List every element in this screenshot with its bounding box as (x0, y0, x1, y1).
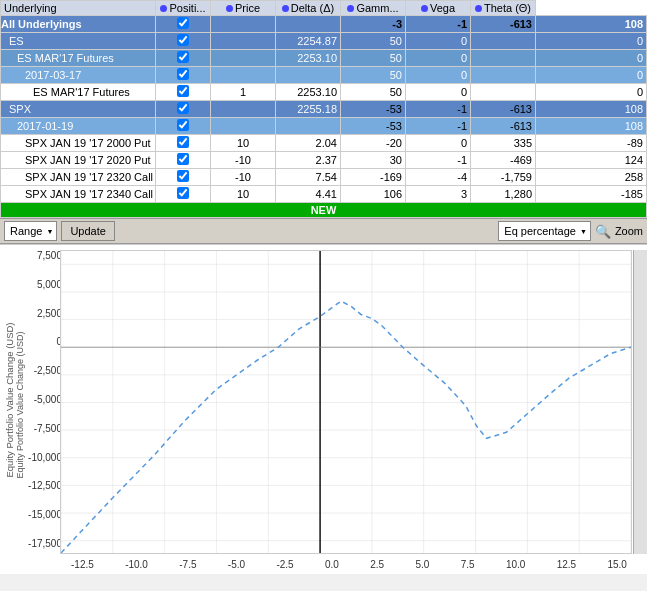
col-header-position: Positi... (156, 1, 211, 16)
range-dropdown[interactable]: Range (4, 221, 57, 241)
zoom-icon: 🔍 (595, 224, 611, 239)
col-header-theta: Theta (Θ) (471, 1, 536, 16)
table-row-opt1: SPX JAN 19 '17 2000 Put 10 2.04 -20 0 33… (1, 135, 647, 152)
label-es-item: ES MAR'17 Futures (1, 84, 156, 101)
col-header-underlying: Underlying (1, 1, 156, 16)
checkbox-es[interactable] (156, 33, 211, 50)
table-row-spx-date: 2017-01-19 -53 -1 -613 108 (1, 118, 647, 135)
chart-svg (61, 251, 631, 553)
table-row-opt4: SPX JAN 19 '17 2340 Call 10 4.41 106 3 1… (1, 186, 647, 203)
table-row-opt2: SPX JAN 19 '17 2020 Put -10 2.37 30 -1 -… (1, 152, 647, 169)
col-header-delta: Delta (Δ) (276, 1, 341, 16)
table-row-new[interactable]: NEW (1, 203, 647, 218)
chart-section: Equity Portfolio Value Change (USD) 7,50… (0, 244, 647, 574)
x-axis-labels: -12.5 -10.0 -7.5 -5.0 -2.5 0.0 2.5 5.0 7… (66, 554, 632, 574)
checkbox-opt1[interactable] (156, 135, 211, 152)
label-es: ES (1, 33, 156, 50)
label-spx-date: 2017-01-19 (1, 118, 156, 135)
table-row-all: All Underlyings -3 -1 -613 108 (1, 16, 647, 33)
checkbox-spx-date[interactable] (156, 118, 211, 135)
col-header-vega: Vega (406, 1, 471, 16)
table-row-es-item: ES MAR'17 Futures 1 2253.10 50 0 0 (1, 84, 647, 101)
checkbox-date-1[interactable] (156, 67, 211, 84)
checkbox-opt2[interactable] (156, 152, 211, 169)
y-axis-labels: 7,500 5,000 2,500 0 -2,500 -5,000 -7,500… (14, 245, 66, 554)
toolbar-left: Range Update (4, 221, 498, 241)
new-row-label[interactable]: NEW (1, 203, 647, 218)
zoom-label: Zoom (615, 225, 643, 237)
table-row-spx: SPX 2255.18 -53 -1 -613 108 (1, 101, 647, 118)
checkbox-spx[interactable] (156, 101, 211, 118)
table-row-es-futures: ES MAR'17 Futures 2253.10 50 0 0 (1, 50, 647, 67)
label-opt3: SPX JAN 19 '17 2320 Call (1, 169, 156, 186)
checkbox-opt3[interactable] (156, 169, 211, 186)
chart-line (61, 301, 631, 553)
label-all: All Underlyings (1, 16, 156, 33)
y-axis-title-container: Equity Portfolio Value Change (USD) (2, 245, 16, 554)
table-row-opt3: SPX JAN 19 '17 2320 Call -10 7.54 -169 -… (1, 169, 647, 186)
table-row-date-1: 2017-03-17 50 0 0 (1, 67, 647, 84)
checkbox-es-futures[interactable] (156, 50, 211, 67)
label-spx: SPX (1, 101, 156, 118)
checkbox-opt4[interactable] (156, 186, 211, 203)
col-header-gamma: Gamm... (341, 1, 406, 16)
label-date-1: 2017-03-17 (1, 67, 156, 84)
checkbox-es-item[interactable] (156, 84, 211, 101)
checkbox-all[interactable] (156, 16, 211, 33)
table-section: Underlying Positi... Price Delta (Δ) Gam… (0, 0, 647, 218)
chart-scrollbar[interactable] (633, 250, 647, 554)
eq-percentage-dropdown[interactable]: Eq percentage (498, 221, 591, 241)
label-opt2: SPX JAN 19 '17 2020 Put (1, 152, 156, 169)
positions-table: Underlying Positi... Price Delta (Δ) Gam… (0, 0, 647, 218)
toolbar-right: Eq percentage 🔍 Zoom (498, 221, 643, 241)
table-row-es: ES 2254.87 50 0 0 (1, 33, 647, 50)
update-button[interactable]: Update (61, 221, 114, 241)
y-axis-title-text: Equity Portfolio Value Change (USD) (4, 322, 15, 477)
col-header-price: Price (211, 1, 276, 16)
chart-plot-area (60, 250, 632, 554)
label-opt4: SPX JAN 19 '17 2340 Call (1, 186, 156, 203)
bottom-toolbar: Range Update Eq percentage 🔍 Zoom (0, 218, 647, 244)
label-es-futures: ES MAR'17 Futures (1, 50, 156, 67)
label-opt1: SPX JAN 19 '17 2000 Put (1, 135, 156, 152)
